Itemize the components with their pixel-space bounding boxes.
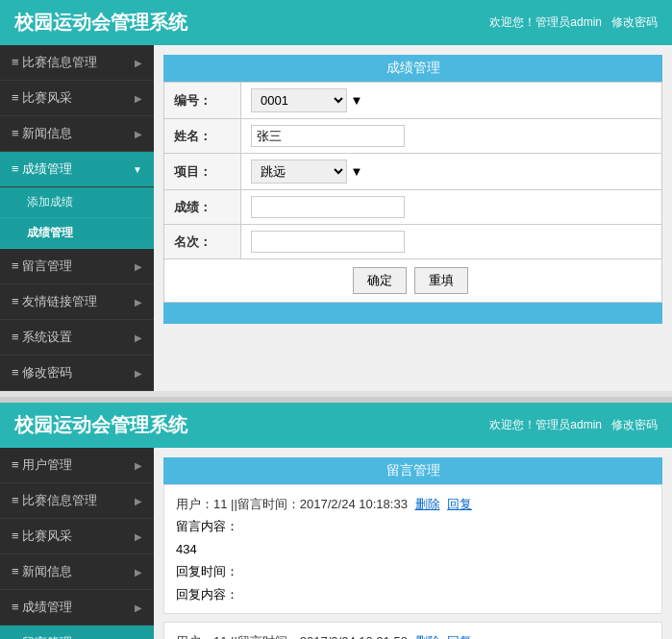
sidebar-item-messages[interactable]: ≡ 留言管理 ▶ xyxy=(0,249,154,284)
arrow-icon: ▼ xyxy=(133,164,142,175)
msg-content-value-1: 434 xyxy=(176,538,650,560)
sidebar-label: ≡ 新闻信息 xyxy=(12,125,72,142)
sidebar-item-password[interactable]: ≡ 修改密码 ▶ xyxy=(0,356,154,391)
panel1-welcome: 欢迎您！管理员admin xyxy=(489,14,602,31)
input-rank[interactable] xyxy=(251,231,405,253)
score-form-table: 编号： 0001 ▼ 姓名： 项目： xyxy=(163,82,662,303)
select-id[interactable]: 0001 xyxy=(251,88,347,112)
field-id: 0001 ▼ xyxy=(241,83,662,119)
panel1-header: 校园运动会管理系统 欢迎您！管理员admin 修改密码 xyxy=(0,0,672,45)
user-label-1: 用户：11 ||留言时间：2017/2/24 10:18:33 xyxy=(176,497,408,511)
sidebar-label: ≡ 系统设置 xyxy=(12,329,72,346)
arrow-icon: ▶ xyxy=(135,368,142,379)
input-score[interactable] xyxy=(251,196,405,218)
reply-time-label-1: 回复时间： xyxy=(176,560,650,582)
form-btn-row: 确定 重填 xyxy=(164,259,662,303)
form-row-id: 编号： 0001 ▼ xyxy=(164,83,662,119)
sidebar-item-links[interactable]: ≡ 友情链接管理 ▶ xyxy=(0,284,154,320)
sidebar-label: ≡ 比赛风采 xyxy=(12,89,72,107)
sidebar-label: ≡ 修改密码 xyxy=(12,364,72,381)
arrow-icon: ▶ xyxy=(135,460,142,471)
reply-link-2[interactable]: 回复 xyxy=(447,634,472,639)
input-name[interactable] xyxy=(251,125,405,147)
panel1-title: 校园运动会管理系统 xyxy=(14,10,187,36)
panel2: 校园运动会管理系统 欢迎您！管理员admin 修改密码 ≡ 用户管理 ▶ ≡ 比… xyxy=(0,403,672,639)
sidebar-label: ≡ 比赛信息管理 xyxy=(12,492,97,509)
confirm-button[interactable]: 确定 xyxy=(353,267,407,294)
panel1-bottom-bar xyxy=(163,303,662,324)
panel2-modify-password[interactable]: 修改密码 xyxy=(611,417,658,433)
sidebar-sub-score-manage[interactable]: 成绩管理 xyxy=(0,218,154,249)
arrow-icon: ▶ xyxy=(135,261,142,272)
label-score: 成绩： xyxy=(164,190,241,225)
delete-link-2[interactable]: 删除 xyxy=(415,634,440,639)
panel2-header: 校园运动会管理系统 欢迎您！管理员admin 修改密码 xyxy=(0,403,672,448)
sidebar-label: ≡ 留言管理 xyxy=(12,258,72,275)
sidebar-label: ≡ 新闻信息 xyxy=(12,563,72,580)
panel1-modify-password[interactable]: 修改密码 xyxy=(611,14,658,31)
p2-sidebar-item-users[interactable]: ≡ 用户管理 ▶ xyxy=(0,448,154,483)
sidebar-item-news[interactable]: ≡ 新闻信息 ▶ xyxy=(0,116,154,152)
panel2-sidebar: ≡ 用户管理 ▶ ≡ 比赛信息管理 ▶ ≡ 比赛风采 ▶ ≡ 新闻信息 ▶ ≡ … xyxy=(0,448,154,639)
arrow-icon: ▶ xyxy=(135,602,142,613)
user-label-2: 用户：11 ||留言时间：2017/2/24 10:21:58 xyxy=(176,634,408,639)
reply-content-label-1: 回复内容： xyxy=(176,583,650,605)
arrow-icon: ▶ xyxy=(135,567,142,578)
arrow-icon: ▶ xyxy=(135,129,142,139)
sidebar-sub-scores: 添加成绩 成绩管理 xyxy=(0,187,154,249)
panel2-welcome: 欢迎您！管理员admin xyxy=(489,417,602,433)
comment-entry-1: 用户：11 ||留言时间：2017/2/24 10:18:33 删除 回复 留言… xyxy=(163,484,662,614)
panel1-sidebar: ≡ 比赛信息管理 ▶ ≡ 比赛风采 ▶ ≡ 新闻信息 ▶ ≡ 成绩管理 ▼ 添加… xyxy=(0,45,154,391)
sidebar-label: ≡ 成绩管理 xyxy=(12,160,72,178)
label-rank: 名次： xyxy=(164,225,241,259)
arrow-icon: ▶ xyxy=(135,332,142,343)
label-project: 项目： xyxy=(164,154,241,190)
panel2-title: 校园运动会管理系统 xyxy=(14,412,187,438)
comment-meta-1: 用户：11 ||留言时间：2017/2/24 10:18:33 删除 回复 xyxy=(176,493,650,515)
panel2-header-right: 欢迎您！管理员admin 修改密码 xyxy=(489,417,658,433)
panel1-main: ≡ 比赛信息管理 ▶ ≡ 比赛风采 ▶ ≡ 新闻信息 ▶ ≡ 成绩管理 ▼ 添加… xyxy=(0,45,672,391)
panel2-section-title: 留言管理 xyxy=(163,457,662,484)
field-rank xyxy=(241,225,662,259)
sidebar-item-match-style[interactable]: ≡ 比赛风采 ▶ xyxy=(0,81,154,116)
label-id: 编号： xyxy=(164,83,241,119)
msg-content-label-1: 留言内容： xyxy=(176,515,650,537)
sidebar-label: ≡ 比赛信息管理 xyxy=(12,54,97,71)
reply-link-1[interactable]: 回复 xyxy=(447,497,472,511)
p2-sidebar-item-scores[interactable]: ≡ 成绩管理 ▶ xyxy=(0,590,154,626)
arrow-icon: ▶ xyxy=(135,58,142,68)
select-project[interactable]: 跳远 xyxy=(251,160,347,184)
sidebar-item-match-info[interactable]: ≡ 比赛信息管理 ▶ xyxy=(0,45,154,81)
label-name: 姓名： xyxy=(164,119,241,154)
panel2-content: 留言管理 用户：11 ||留言时间：2017/2/24 10:18:33 删除 … xyxy=(154,448,672,639)
reset-button[interactable]: 重填 xyxy=(414,267,468,294)
delete-link-1[interactable]: 删除 xyxy=(415,497,440,511)
form-row-name: 姓名： xyxy=(164,119,662,154)
panel1-content: 成绩管理 编号： 0001 ▼ 姓名： xyxy=(154,45,672,391)
field-project: 跳远 ▼ xyxy=(241,154,662,190)
field-name xyxy=(241,119,662,154)
sidebar-item-scores[interactable]: ≡ 成绩管理 ▼ xyxy=(0,152,154,187)
arrow-icon: ▶ xyxy=(135,93,142,104)
p2-sidebar-item-match-info[interactable]: ≡ 比赛信息管理 ▶ xyxy=(0,483,154,519)
sidebar-item-settings[interactable]: ≡ 系统设置 ▶ xyxy=(0,320,154,356)
sidebar-label: ≡ 留言管理 xyxy=(12,634,72,639)
p2-sidebar-item-messages[interactable]: ≡ 留言管理 ▼ xyxy=(0,626,154,639)
sidebar-sub-add-score[interactable]: 添加成绩 xyxy=(0,187,154,218)
p2-sidebar-item-match-style[interactable]: ≡ 比赛风采 ▶ xyxy=(0,519,154,554)
btn-cell: 确定 重填 xyxy=(164,259,662,303)
form-row-rank: 名次： xyxy=(164,225,662,259)
panel1-header-right: 欢迎您！管理员admin 修改密码 xyxy=(489,14,658,31)
comment-meta-2: 用户：11 ||留言时间：2017/2/24 10:21:58 删除 回复 xyxy=(176,630,650,639)
field-score xyxy=(241,190,662,225)
arrow-icon: ▶ xyxy=(135,297,142,307)
form-row-score: 成绩： xyxy=(164,190,662,225)
panel1: 校园运动会管理系统 欢迎您！管理员admin 修改密码 ≡ 比赛信息管理 ▶ ≡… xyxy=(0,0,672,391)
sidebar-label: ≡ 用户管理 xyxy=(12,456,72,474)
sidebar-label: ≡ 友情链接管理 xyxy=(12,293,97,310)
p2-sidebar-item-news[interactable]: ≡ 新闻信息 ▶ xyxy=(0,554,154,590)
form-row-project: 项目： 跳远 ▼ xyxy=(164,154,662,190)
arrow-icon: ▶ xyxy=(135,531,142,542)
arrow-icon: ▶ xyxy=(135,496,142,506)
sidebar-label: ≡ 成绩管理 xyxy=(12,599,72,616)
